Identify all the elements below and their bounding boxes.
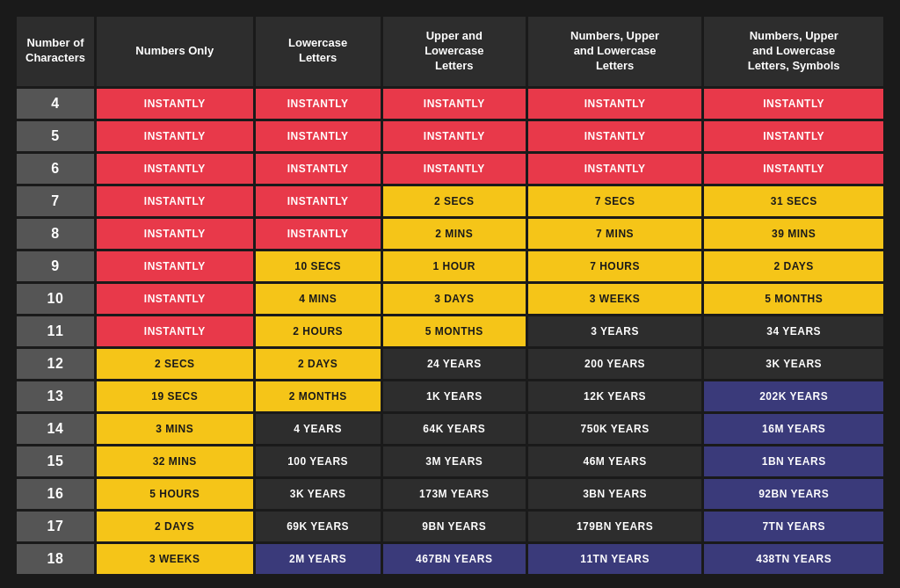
numbers-only-cell: 3 WEEKS xyxy=(97,544,253,574)
numbers-upper-lower-cell: INSTANTLY xyxy=(528,154,702,184)
lowercase-cell: INSTANTLY xyxy=(256,186,381,216)
numbers-upper-lower-symbols-cell: 5 MONTHS xyxy=(704,284,883,314)
lowercase-cell: 3K YEARS xyxy=(256,479,381,509)
char-count-cell: 6 xyxy=(17,154,94,184)
lowercase-cell: 2 MONTHS xyxy=(256,381,381,411)
numbers-upper-lower-symbols-cell: 7TN YEARS xyxy=(704,512,883,541)
char-count-cell: 8 xyxy=(17,219,94,249)
table-row: 5INSTANTLYINSTANTLYINSTANTLYINSTANTLYINS… xyxy=(17,121,883,151)
table-row: 11INSTANTLY2 HOURS5 MONTHS3 YEARS34 YEAR… xyxy=(17,316,883,346)
password-strength-table: Number ofCharactersNumbers OnlyLowercase… xyxy=(14,14,886,577)
char-count-cell: 14 xyxy=(17,414,94,444)
uppercase-lowercase-cell: 1 HOUR xyxy=(383,251,526,281)
numbers-upper-lower-cell: 200 YEARS xyxy=(528,349,702,379)
numbers-upper-lower-symbols-cell: 1BN YEARS xyxy=(704,446,883,476)
column-header-4: Numbers, Upperand LowercaseLetters xyxy=(528,17,702,86)
table-row: 6INSTANTLYINSTANTLYINSTANTLYINSTANTLYINS… xyxy=(17,154,883,184)
uppercase-lowercase-cell: 3 DAYS xyxy=(383,284,526,314)
numbers-only-cell: 5 HOURS xyxy=(97,479,253,509)
numbers-only-cell: INSTANTLY xyxy=(97,121,253,151)
numbers-upper-lower-symbols-cell: 202K YEARS xyxy=(704,381,883,411)
numbers-only-cell: INSTANTLY xyxy=(97,284,253,314)
numbers-upper-lower-cell: 179BN YEARS xyxy=(528,512,702,541)
lowercase-cell: 2 HOURS xyxy=(256,316,381,346)
numbers-only-cell: INSTANTLY xyxy=(97,251,253,281)
table-row: 172 DAYS69K YEARS9BN YEARS179BN YEARS7TN… xyxy=(17,512,883,541)
char-count-cell: 18 xyxy=(17,544,94,574)
lowercase-cell: 2M YEARS xyxy=(256,544,381,574)
uppercase-lowercase-cell: 1K YEARS xyxy=(383,381,526,411)
numbers-upper-lower-symbols-cell: INSTANTLY xyxy=(704,121,883,151)
char-count-cell: 17 xyxy=(17,512,94,541)
lowercase-cell: INSTANTLY xyxy=(256,121,381,151)
numbers-upper-lower-cell: 12K YEARS xyxy=(528,381,702,411)
column-header-5: Numbers, Upperand LowercaseLetters, Symb… xyxy=(704,17,883,86)
column-header-3: Upper andLowercaseLetters xyxy=(383,17,526,86)
numbers-upper-lower-cell: 7 MINS xyxy=(528,219,702,249)
numbers-only-cell: 2 SECS xyxy=(97,349,253,379)
table-row: 1319 SECS2 MONTHS1K YEARS12K YEARS202K Y… xyxy=(17,381,883,411)
lowercase-cell: 2 DAYS xyxy=(256,349,381,379)
numbers-upper-lower-cell: INSTANTLY xyxy=(528,89,702,119)
table-row: 183 WEEKS2M YEARS467BN YEARS11TN YEARS43… xyxy=(17,544,883,574)
numbers-upper-lower-symbols-cell: 31 SECS xyxy=(704,186,883,216)
uppercase-lowercase-cell: 5 MONTHS xyxy=(383,316,526,346)
column-header-2: LowercaseLetters xyxy=(256,17,381,86)
uppercase-lowercase-cell: 3M YEARS xyxy=(383,446,526,476)
column-header-0: Number ofCharacters xyxy=(17,17,94,86)
numbers-upper-lower-cell: 11TN YEARS xyxy=(528,544,702,574)
numbers-upper-lower-cell: 7 SECS xyxy=(528,186,702,216)
uppercase-lowercase-cell: 9BN YEARS xyxy=(383,512,526,541)
lowercase-cell: 4 MINS xyxy=(256,284,381,314)
table-row: 143 MINS4 YEARS64K YEARS750K YEARS16M YE… xyxy=(17,414,883,444)
char-count-cell: 12 xyxy=(17,349,94,379)
char-count-cell: 16 xyxy=(17,479,94,509)
numbers-upper-lower-cell: 3BN YEARS xyxy=(528,479,702,509)
char-count-cell: 13 xyxy=(17,381,94,411)
lowercase-cell: 4 YEARS xyxy=(256,414,381,444)
numbers-only-cell: INSTANTLY xyxy=(97,316,253,346)
uppercase-lowercase-cell: INSTANTLY xyxy=(383,121,526,151)
numbers-upper-lower-symbols-cell: 2 DAYS xyxy=(704,251,883,281)
char-count-cell: 10 xyxy=(17,284,94,314)
numbers-only-cell: INSTANTLY xyxy=(97,154,253,184)
numbers-upper-lower-symbols-cell: 16M YEARS xyxy=(704,414,883,444)
char-count-cell: 9 xyxy=(17,251,94,281)
column-header-1: Numbers Only xyxy=(97,17,253,86)
numbers-upper-lower-symbols-cell: 3K YEARS xyxy=(704,349,883,379)
table-row: 1532 MINS100 YEARS3M YEARS46M YEARS1BN Y… xyxy=(17,446,883,476)
numbers-upper-lower-symbols-cell: 92BN YEARS xyxy=(704,479,883,509)
numbers-only-cell: 19 SECS xyxy=(97,381,253,411)
numbers-only-cell: INSTANTLY xyxy=(97,219,253,249)
char-count-cell: 5 xyxy=(17,121,94,151)
numbers-upper-lower-cell: 3 YEARS xyxy=(528,316,702,346)
uppercase-lowercase-cell: 24 YEARS xyxy=(383,349,526,379)
numbers-upper-lower-cell: 3 WEEKS xyxy=(528,284,702,314)
table-row: 10INSTANTLY4 MINS3 DAYS3 WEEKS5 MONTHS xyxy=(17,284,883,314)
uppercase-lowercase-cell: 467BN YEARS xyxy=(383,544,526,574)
uppercase-lowercase-cell: 64K YEARS xyxy=(383,414,526,444)
lowercase-cell: 100 YEARS xyxy=(256,446,381,476)
numbers-only-cell: 2 DAYS xyxy=(97,512,253,541)
char-count-cell: 15 xyxy=(17,446,94,476)
numbers-upper-lower-symbols-cell: 34 YEARS xyxy=(704,316,883,346)
lowercase-cell: INSTANTLY xyxy=(256,219,381,249)
numbers-upper-lower-symbols-cell: 39 MINS xyxy=(704,219,883,249)
numbers-upper-lower-cell: INSTANTLY xyxy=(528,121,702,151)
lowercase-cell: 10 SECS xyxy=(256,251,381,281)
table-row: 165 HOURS3K YEARS173M YEARS3BN YEARS92BN… xyxy=(17,479,883,509)
table-row: 4INSTANTLYINSTANTLYINSTANTLYINSTANTLYINS… xyxy=(17,89,883,119)
numbers-upper-lower-symbols-cell: INSTANTLY xyxy=(704,89,883,119)
numbers-upper-lower-cell: 7 HOURS xyxy=(528,251,702,281)
char-count-cell: 11 xyxy=(17,316,94,346)
uppercase-lowercase-cell: 2 SECS xyxy=(383,186,526,216)
numbers-only-cell: INSTANTLY xyxy=(97,89,253,119)
numbers-upper-lower-cell: 46M YEARS xyxy=(528,446,702,476)
numbers-upper-lower-cell: 750K YEARS xyxy=(528,414,702,444)
lowercase-cell: 69K YEARS xyxy=(256,512,381,541)
char-count-cell: 4 xyxy=(17,89,94,119)
uppercase-lowercase-cell: 173M YEARS xyxy=(383,479,526,509)
numbers-upper-lower-symbols-cell: 438TN YEARS xyxy=(704,544,883,574)
table-row: 8INSTANTLYINSTANTLY2 MINS7 MINS39 MINS xyxy=(17,219,883,249)
numbers-only-cell: INSTANTLY xyxy=(97,186,253,216)
